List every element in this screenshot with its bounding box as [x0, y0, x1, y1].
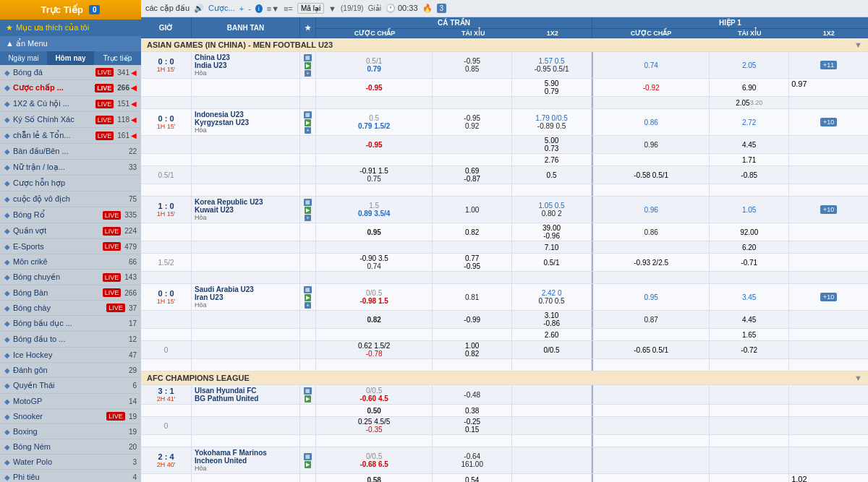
- collapse-icon[interactable]: ▼: [854, 374, 862, 382]
- sidebar-item-3[interactable]: ◆Ký Số Chính XácLIVE118◀: [0, 112, 141, 128]
- live-btn[interactable]: ▶: [305, 119, 311, 126]
- sidebar-item-6[interactable]: ◆Nữ trận / loạ...33: [0, 160, 141, 176]
- item-name: Cược chấp ...: [13, 83, 93, 92]
- live-btn[interactable]: ▶: [305, 395, 311, 403]
- sidebar-item-10[interactable]: ◆Quần vợtLIVE224: [0, 223, 141, 239]
- ma-lai-btn[interactable]: Mã lại: [297, 3, 324, 14]
- sidebar-item-25[interactable]: ◆Water Polo3: [0, 455, 141, 470]
- extra-btn[interactable]: +: [305, 302, 310, 309]
- collapse-icon[interactable]: ▼: [854, 40, 862, 49]
- sidebar-item-11[interactable]: ◆E-SportsLIVE479: [0, 239, 141, 254]
- x12-val: 1.57 0.5: [538, 57, 564, 65]
- sidebar-item-9[interactable]: ◆Bóng RổLIVE335: [0, 207, 141, 223]
- live-btn[interactable]: ▶: [305, 461, 311, 468]
- chart-btn[interactable]: ▦: [304, 286, 312, 293]
- sidebar-item-26[interactable]: ◆Phi tiêu4: [0, 470, 141, 482]
- badge-plus[interactable]: +10: [820, 205, 837, 214]
- team1-name[interactable]: China U23: [195, 53, 297, 61]
- info-icon[interactable]: i: [255, 4, 263, 13]
- badge-plus[interactable]: +10: [820, 293, 837, 301]
- live-btn[interactable]: ▶: [305, 62, 311, 69]
- team2-name[interactable]: Kuwait U23: [195, 206, 297, 214]
- odds2-section: -0.95 5.90 0.79 -0.92 6.90: [316, 79, 868, 96]
- sidebar-item-12[interactable]: ◆Môn crikê66: [0, 254, 141, 270]
- h2-h1chap: 0.87: [592, 311, 710, 328]
- h1-ou-cell: 1.05: [710, 197, 789, 223]
- extra-btn[interactable]: +: [305, 70, 310, 77]
- team2-name[interactable]: Kyrgyzstan U23: [195, 119, 297, 126]
- sidebar-item-15[interactable]: ◆Bóng chàyLIVE37: [0, 301, 141, 316]
- team2-name[interactable]: Iran U23: [195, 293, 297, 301]
- odds1-val[interactable]: 0.79 1.5/2: [358, 122, 390, 130]
- sidebar-item-23[interactable]: ◆Boxing19: [0, 424, 141, 439]
- tab-hom-nay[interactable]: Hôm nay: [47, 51, 94, 65]
- sidebar-item-0[interactable]: ◆Bóng đáLIVE341◀: [0, 65, 141, 80]
- team2-name[interactable]: Incheon United: [195, 457, 297, 465]
- badge-plus[interactable]: +11: [820, 61, 837, 69]
- league-name: ASIAN GAMES (IN CHINA) - MEN FOOTBALL U2…: [147, 40, 333, 49]
- sidebar-item-21[interactable]: ◆MotoGP14: [0, 394, 141, 409]
- badge-plus[interactable]: +10: [820, 118, 837, 126]
- chart-btn[interactable]: ▦: [304, 54, 312, 61]
- plus-icon[interactable]: +: [239, 4, 244, 13]
- sidebar-item-14[interactable]: ◆Bóng BànLIVE266: [0, 285, 141, 301]
- dropdown-icon[interactable]: ▼: [328, 4, 336, 13]
- sidebar-item-1[interactable]: ◆Cược chấp ...LIVE266◀: [0, 80, 141, 96]
- chart-btn[interactable]: ▦: [304, 453, 312, 460]
- sub-team: [192, 341, 300, 358]
- chart-btn[interactable]: ▦: [304, 111, 312, 119]
- sidebar-item-4[interactable]: ◆chẵn lẻ & Tổn...LIVE161◀: [0, 128, 141, 144]
- live-button[interactable]: Trực Tiếp 0: [0, 0, 141, 20]
- sort-icon[interactable]: ≡▼: [267, 4, 279, 13]
- sidebar-item-24[interactable]: ◆Bóng Ném20: [0, 439, 141, 455]
- live-btn[interactable]: ▶: [305, 207, 311, 214]
- sidebar-item-7[interactable]: ◆Cược hỗn hợp: [0, 176, 141, 191]
- hide-menu-btn[interactable]: ▲ ẩn Menu: [0, 36, 141, 51]
- odds1-val[interactable]: 0.79: [367, 65, 380, 73]
- h2-h1chap: -0.92: [592, 79, 710, 96]
- sidebar-item-19[interactable]: ◆Đánh gôn29: [0, 363, 141, 378]
- team2-name[interactable]: BG Pathum United: [195, 395, 297, 403]
- team2-name[interactable]: India U23: [195, 61, 297, 69]
- chart-btn[interactable]: ▦: [304, 387, 312, 395]
- tab-truc-tiep[interactable]: Trực tiếp: [94, 51, 141, 65]
- extra-btn[interactable]: +: [305, 215, 310, 221]
- sidebar-item-16[interactable]: ◆Bóng bầu dục ...17: [0, 316, 141, 332]
- ou-spread: 1.00: [465, 206, 479, 214]
- item-name: Bóng bầu dục ...: [13, 319, 127, 328]
- odds1-val[interactable]: -0.98 1.5: [359, 297, 388, 305]
- odds1-val[interactable]: -0.60 4.5: [359, 395, 388, 403]
- team1-name[interactable]: Saudi Arabia U23: [195, 285, 297, 293]
- extra-btn[interactable]: +: [305, 127, 310, 134]
- sidebar-item-2[interactable]: ◆1X2 & Cú hội ...LIVE151◀: [0, 96, 141, 112]
- bullet-icon: ◆: [4, 195, 10, 203]
- team1-name[interactable]: Ulsan Hyundai FC: [195, 387, 297, 395]
- cuoc-label[interactable]: Cược...: [208, 4, 235, 13]
- sidebar-item-18[interactable]: ◆Ice Hockey47: [0, 348, 141, 363]
- sidebar-item-13[interactable]: ◆Bóng chuyềnLIVE143: [0, 270, 141, 285]
- item-name: 1X2 & Cú hội ...: [13, 99, 93, 108]
- sidebar-item-5[interactable]: ◆Bàn đầu/Bên ...22: [0, 144, 141, 160]
- tab-ngay-mai[interactable]: Ngày mai: [0, 51, 47, 65]
- team1-name[interactable]: Yokohama F Marinos: [195, 449, 297, 457]
- h3-h1chap: [592, 97, 710, 108]
- sidebar-item-17[interactable]: ◆Bóng đầu to ...12: [0, 332, 141, 348]
- filter-icon[interactable]: ≡=: [284, 4, 293, 13]
- h2-chap: 0.50: [316, 405, 433, 416]
- sidebar-item-20[interactable]: ◆Quyền Thái6: [0, 378, 141, 394]
- sidebar-item-22[interactable]: ◆SnookerLIVE19: [0, 409, 141, 424]
- odds1-val[interactable]: 0.89 3.5/4: [358, 210, 390, 218]
- speaker-icon[interactable]: 🔊: [194, 4, 204, 13]
- chart-btn[interactable]: ▦: [304, 199, 312, 206]
- odds1-val[interactable]: -0.68 6.5: [359, 460, 388, 468]
- team1-name[interactable]: Korea Republic U23: [195, 198, 297, 206]
- minus-icon[interactable]: -: [248, 4, 251, 13]
- h2-h1x12: [789, 136, 868, 153]
- live-btn[interactable]: ▶: [305, 294, 311, 301]
- sub2-h1ou: [710, 435, 789, 447]
- team1-name[interactable]: Indonesia U23: [195, 111, 297, 119]
- match-row-3: 2.76 1.71: [141, 154, 868, 166]
- odds-section: 0/0.5 -0.60 4.5 -0.48: [316, 385, 868, 404]
- favorites-section[interactable]: ★ Mục ưa thích của tôi: [0, 20, 141, 36]
- sidebar-item-8[interactable]: ◆cuộc độ vô địch75: [0, 191, 141, 207]
